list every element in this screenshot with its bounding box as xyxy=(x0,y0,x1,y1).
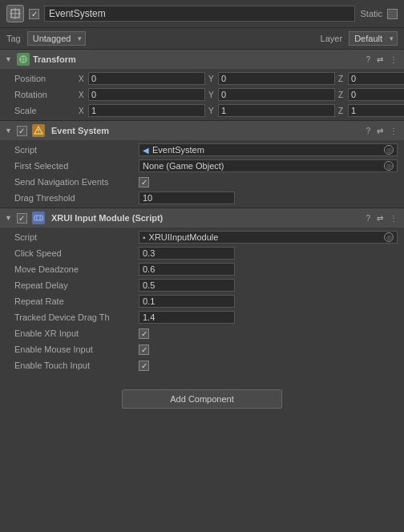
repeat-rate-row: Repeat Rate xyxy=(0,293,404,309)
y-axis-label: Y xyxy=(208,75,216,83)
send-nav-checkbox[interactable] xyxy=(139,177,149,187)
event-system-actions: ? ⇄ ⋮ xyxy=(364,126,399,136)
rz-axis-label: Z xyxy=(338,91,346,99)
rotation-y-field: Y xyxy=(208,88,335,101)
click-speed-label: Click Speed xyxy=(14,248,139,258)
tag-dropdown[interactable]: Untagged xyxy=(27,31,87,46)
click-speed-input[interactable] xyxy=(139,247,235,260)
event-system-help-btn[interactable]: ? xyxy=(364,126,372,136)
rotation-z-field: Z xyxy=(338,88,404,101)
repeat-rate-label: Repeat Rate xyxy=(14,296,139,306)
scale-label: Scale xyxy=(14,106,79,115)
enable-touch-label: Enable Touch Input xyxy=(14,361,139,370)
xrui-script-value: ▪ XRUIInputModule ◎ xyxy=(139,231,398,244)
rotation-z-input[interactable] xyxy=(348,88,404,101)
object-name-input[interactable] xyxy=(44,6,355,22)
scale-y-field: Y xyxy=(208,104,335,117)
es-script-value: ◀ EventSystem ◎ xyxy=(139,143,398,156)
first-selected-select-btn[interactable]: ◎ xyxy=(384,161,394,171)
repeat-delay-input[interactable] xyxy=(139,279,235,292)
sx-axis-label: X xyxy=(79,107,87,115)
tag-label: Tag xyxy=(6,34,21,43)
svg-rect-9 xyxy=(34,216,42,220)
scale-z-input[interactable] xyxy=(348,104,404,117)
position-y-input[interactable] xyxy=(218,72,335,85)
repeat-rate-input[interactable] xyxy=(139,295,235,308)
scale-y-input[interactable] xyxy=(218,104,335,117)
xrui-header[interactable]: ▼ XRUI Input Module (Script) ? ⇄ ⋮ xyxy=(0,208,404,228)
xrui-help-btn[interactable]: ? xyxy=(364,213,372,224)
position-label: Position xyxy=(14,74,79,83)
rotation-y-input[interactable] xyxy=(218,88,335,101)
event-system-settings-btn[interactable]: ⇄ xyxy=(375,126,385,136)
scale-x-input[interactable] xyxy=(88,104,205,117)
scale-fields: X Y Z xyxy=(79,104,404,117)
static-checkbox[interactable] xyxy=(387,9,398,19)
xrui-menu-btn[interactable]: ⋮ xyxy=(388,213,399,224)
first-selected-label: First Selected xyxy=(14,161,139,171)
first-selected-value-container: None (Game Object) ◎ xyxy=(139,159,398,172)
add-component-container: Add Component xyxy=(0,375,404,423)
transform-help-btn[interactable]: ? xyxy=(364,54,372,65)
transform-title: Transform xyxy=(33,54,362,64)
event-system-title: Event System xyxy=(51,126,362,135)
add-component-button[interactable]: Add Component xyxy=(122,389,282,409)
click-speed-row: Click Speed xyxy=(0,245,404,261)
position-x-input[interactable] xyxy=(88,72,205,85)
event-system-section: ▼ Event System ? ⇄ ⋮ Script ◀ EventSyste… xyxy=(0,120,404,208)
transform-section: ▼ Transform ? ⇄ ⋮ Position X Y xyxy=(0,49,404,120)
xrui-script-select-btn[interactable]: ◎ xyxy=(384,232,394,242)
game-object-icon xyxy=(6,5,24,22)
x-axis-label: X xyxy=(79,75,87,83)
xrui-enabled-checkbox[interactable] xyxy=(17,213,27,224)
scale-x-field: X xyxy=(79,104,205,117)
xrui-script-name: XRUIInputModule xyxy=(149,232,381,242)
drag-threshold-label: Drag Threshold xyxy=(14,193,139,203)
tracked-device-input[interactable] xyxy=(139,311,235,324)
xrui-settings-btn[interactable]: ⇄ xyxy=(375,213,385,224)
enable-mouse-checkbox[interactable] xyxy=(139,345,149,355)
transform-arrow: ▼ xyxy=(5,55,12,63)
layer-label: Layer xyxy=(321,34,343,43)
event-system-header[interactable]: ▼ Event System ? ⇄ ⋮ xyxy=(0,121,404,140)
es-script-select-btn[interactable]: ◎ xyxy=(384,145,394,155)
svg-point-8 xyxy=(38,132,38,133)
enable-xr-checkbox[interactable] xyxy=(139,328,149,339)
send-nav-row: Send Navigation Events xyxy=(0,174,404,190)
sy-axis-label: Y xyxy=(208,107,216,115)
active-checkbox[interactable] xyxy=(29,9,39,19)
move-deadzone-label: Move Deadzone xyxy=(14,264,139,274)
enable-xr-label: Enable XR Input xyxy=(14,328,139,338)
transform-menu-btn[interactable]: ⋮ xyxy=(388,54,399,65)
layer-dropdown[interactable]: Default xyxy=(349,31,398,46)
es-script-icon: ◀ xyxy=(143,146,149,155)
first-selected-row: First Selected None (Game Object) ◎ xyxy=(0,158,404,174)
move-deadzone-row: Move Deadzone xyxy=(0,261,404,277)
event-system-menu-btn[interactable]: ⋮ xyxy=(388,126,399,136)
layer-value: Default xyxy=(354,34,382,43)
transform-header[interactable]: ▼ Transform ? ⇄ ⋮ xyxy=(0,50,404,69)
scale-row: Scale X Y Z xyxy=(0,103,404,119)
transform-settings-btn[interactable]: ⇄ xyxy=(375,54,385,65)
rotation-x-input[interactable] xyxy=(88,88,205,101)
enable-mouse-label: Enable Mouse Input xyxy=(14,345,139,354)
scale-z-field: Z xyxy=(338,104,404,117)
transform-icon xyxy=(17,53,30,66)
xrui-body: Script ▪ XRUIInputModule ◎ Click Speed M… xyxy=(0,228,404,375)
position-z-input[interactable] xyxy=(348,72,404,85)
move-deadzone-input[interactable] xyxy=(139,263,235,276)
z-axis-label: Z xyxy=(338,75,346,83)
rotation-fields: X Y Z xyxy=(79,88,404,101)
xrui-icon xyxy=(32,212,45,224)
drag-threshold-input[interactable] xyxy=(139,191,235,204)
es-script-name: EventSystem xyxy=(152,145,381,155)
rotation-x-field: X xyxy=(79,88,205,101)
repeat-delay-label: Repeat Delay xyxy=(14,280,139,290)
event-system-enabled-checkbox[interactable] xyxy=(17,126,27,136)
xrui-script-label: Script xyxy=(14,232,139,242)
xrui-script-icon: ▪ xyxy=(143,233,146,242)
drag-threshold-row: Drag Threshold xyxy=(0,190,404,206)
ry-axis-label: Y xyxy=(208,91,216,99)
rotation-row: Rotation X Y Z xyxy=(0,87,404,103)
enable-touch-checkbox[interactable] xyxy=(139,361,149,371)
